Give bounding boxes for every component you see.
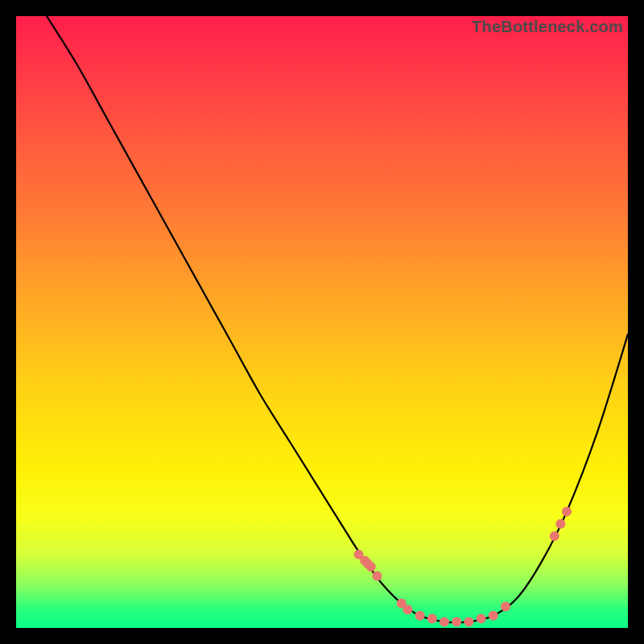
highlighted-point — [372, 571, 382, 580]
highlighted-point — [489, 611, 498, 621]
highlighted-point — [562, 507, 572, 517]
bottleneck-curve — [47, 16, 628, 622]
highlighted-point — [366, 562, 376, 572]
watermark-text: TheBottleneck.com — [472, 18, 623, 36]
highlighted-point — [415, 611, 425, 621]
highlighted-point — [440, 617, 449, 626]
highlighted-point — [464, 617, 473, 626]
highlighted-point — [501, 601, 510, 611]
highlighted-point — [477, 614, 486, 624]
plot-area: TheBottleneck.com — [16, 16, 628, 628]
highlighted-point — [452, 617, 461, 626]
highlighted-point — [402, 605, 412, 614]
highlighted-point — [550, 531, 559, 541]
chart-svg — [16, 16, 628, 628]
highlighted-point — [427, 614, 437, 624]
chart-frame: TheBottleneck.com — [16, 16, 628, 628]
highlighted-point — [555, 519, 565, 529]
